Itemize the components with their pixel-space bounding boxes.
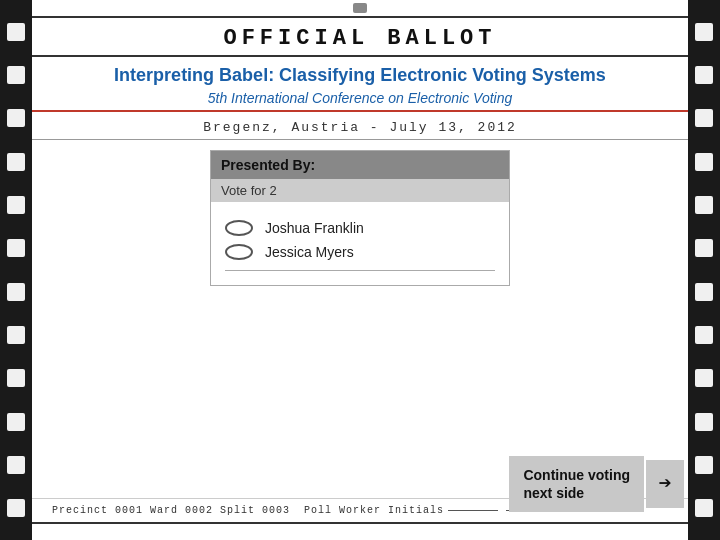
- sprocket-hole: [695, 196, 713, 214]
- sprocket-hole: [7, 23, 25, 41]
- sprocket-hole: [7, 153, 25, 171]
- candidate-oval-2[interactable]: [225, 244, 253, 260]
- candidate-row: Joshua Franklin: [225, 220, 495, 236]
- sprocket-hole: [695, 456, 713, 474]
- sprocket-hole: [695, 283, 713, 301]
- sprocket-hole: [7, 369, 25, 387]
- candidates-list: Joshua Franklin Jessica Myers: [211, 202, 509, 285]
- bottom-feed-strip: [32, 522, 688, 540]
- candidate-row: Jessica Myers: [225, 244, 495, 260]
- sprocket-hole: [7, 239, 25, 257]
- sprocket-hole: [695, 66, 713, 84]
- sprocket-hole: [695, 239, 713, 257]
- precinct-label: Precinct 0001: [52, 505, 143, 516]
- voting-table: Presented By: Vote for 2 Joshua Franklin…: [210, 150, 510, 286]
- ward-label: Ward 0002: [150, 505, 213, 516]
- sprocket-hole: [7, 66, 25, 84]
- sprockets-right: [688, 0, 720, 540]
- ballot-body: Presented By: Vote for 2 Joshua Franklin…: [32, 140, 688, 498]
- continue-arrow-button[interactable]: ➔: [646, 460, 684, 508]
- candidate-oval-1[interactable]: [225, 220, 253, 236]
- location-line: Bregenz, Austria - July 13, 2012: [32, 112, 688, 140]
- split-label: Split 0003: [220, 505, 290, 516]
- sprocket-hole: [695, 153, 713, 171]
- arrow-icon: ➔: [658, 470, 671, 497]
- sprocket-hole: [7, 109, 25, 127]
- signature-line-1: [448, 510, 498, 511]
- top-feed-strip: [32, 0, 688, 18]
- sprockets-left: [0, 0, 32, 540]
- table-header: Presented By:: [211, 151, 509, 179]
- continue-line2: next side: [523, 485, 584, 501]
- sprocket-hole: [7, 196, 25, 214]
- contest-title: Interpreting Babel: Classifying Electron…: [52, 65, 668, 86]
- sprocket-hole: [7, 456, 25, 474]
- sprocket-hole: [7, 326, 25, 344]
- sprocket-hole: [7, 413, 25, 431]
- official-ballot-title: OFFICIAL BALLOT: [223, 26, 496, 51]
- continue-line1: Continue voting: [523, 467, 630, 483]
- sprocket-hole: [7, 499, 25, 517]
- contest-title-section: Interpreting Babel: Classifying Electron…: [32, 57, 688, 112]
- sprocket-hole: [7, 283, 25, 301]
- candidate-name-1: Joshua Franklin: [265, 220, 364, 236]
- continue-voting-section[interactable]: Continue voting next side ➔: [509, 456, 684, 512]
- ballot-page: OFFICIAL BALLOT Interpreting Babel: Clas…: [0, 0, 720, 540]
- feed-hole: [353, 3, 367, 13]
- candidate-divider: [225, 270, 495, 271]
- sprocket-hole: [695, 23, 713, 41]
- sprocket-hole: [695, 369, 713, 387]
- continue-voting-button[interactable]: Continue voting next side: [509, 456, 644, 512]
- sprocket-hole: [695, 109, 713, 127]
- table-subheader: Vote for 2: [211, 179, 509, 202]
- sprocket-hole: [695, 499, 713, 517]
- candidate-name-2: Jessica Myers: [265, 244, 354, 260]
- ballot-header: OFFICIAL BALLOT: [32, 18, 688, 57]
- contest-subtitle: 5th International Conference on Electron…: [52, 90, 668, 106]
- sprocket-hole: [695, 413, 713, 431]
- poll-worker-label: Poll Worker Initials: [304, 505, 444, 516]
- sprocket-hole: [695, 326, 713, 344]
